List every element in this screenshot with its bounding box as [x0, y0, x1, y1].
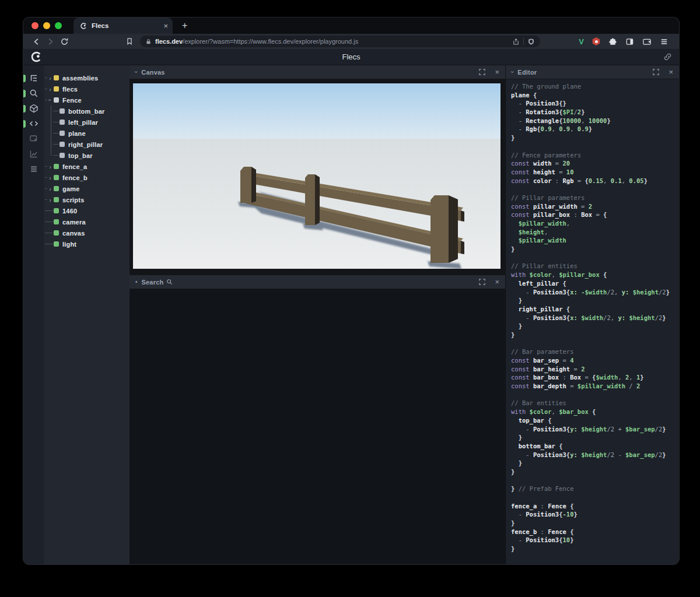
- flecs-favicon: [80, 22, 88, 30]
- hierarchy-icon: [29, 73, 38, 83]
- code-content[interactable]: // The ground planeplane { - Position3{}…: [506, 79, 679, 564]
- collapse-panel-icon[interactable]: ›: [509, 71, 516, 73]
- close-panel-button[interactable]: ×: [495, 278, 499, 286]
- new-tab-button[interactable]: +: [182, 21, 187, 30]
- code-line: // Bar parameters: [511, 347, 679, 356]
- tree-item-label: light: [62, 241, 76, 248]
- share-icon[interactable]: [512, 38, 520, 45]
- vue-devtools-extension-icon[interactable]: V: [579, 37, 584, 46]
- expand-icon[interactable]: ›: [47, 83, 54, 94]
- close-panel-button[interactable]: ×: [668, 68, 673, 76]
- zoom-window-button[interactable]: [55, 22, 62, 29]
- connector-line: [47, 216, 54, 227]
- fullscreen-button[interactable]: [479, 279, 485, 285]
- page-title: Flecs: [23, 52, 679, 61]
- wallet-icon[interactable]: [642, 37, 652, 46]
- tree-item-plane[interactable]: plane: [44, 128, 130, 139]
- tree-item-label: 1460: [62, 208, 77, 215]
- tree-item-fence_b[interactable]: ›fence_b: [44, 172, 130, 183]
- expand-icon[interactable]: ›: [47, 194, 54, 205]
- fullscreen-button[interactable]: [653, 69, 659, 75]
- tree-item-label: canvas: [62, 230, 85, 237]
- rows-icon: [29, 164, 38, 174]
- tables-tool-button[interactable]: [23, 161, 44, 177]
- code-line: - Position3{y: $height/2 + $bar_sep/2}: [511, 425, 679, 434]
- canvas-3d-tool-button[interactable]: [23, 101, 44, 116]
- code-line: [511, 339, 679, 348]
- canvas-viewport[interactable]: [133, 83, 501, 269]
- tree-item-fence_a[interactable]: ›fence_a: [44, 161, 130, 172]
- fullscreen-button[interactable]: [479, 69, 485, 75]
- code-line: }: [511, 433, 679, 442]
- tree-item-flecs[interactable]: ›flecs: [44, 83, 130, 94]
- tree-item-canvas[interactable]: canvas: [44, 227, 130, 238]
- code-line: - Rectangle{10000, 10000}: [511, 117, 679, 125]
- browser-menu-icon[interactable]: [660, 37, 668, 46]
- tree-item-right_pillar[interactable]: right_pillar: [44, 139, 130, 150]
- query-search-tool-button[interactable]: [23, 86, 44, 101]
- extension-badge-icon[interactable]: [592, 37, 600, 45]
- tree-item-assemblies[interactable]: ›assemblies: [44, 72, 130, 83]
- expand-icon[interactable]: ›: [47, 72, 54, 83]
- code-line: [511, 391, 679, 399]
- code-line: right_pillar {: [511, 305, 679, 314]
- code-line: }: [511, 296, 679, 305]
- inspector-tool-button[interactable]: [23, 131, 44, 146]
- code-line: // Pillar entities: [511, 262, 679, 271]
- collapse-icon[interactable]: ›: [45, 97, 56, 104]
- expand-icon[interactable]: ›: [47, 172, 54, 183]
- panel-dot-icon[interactable]: •: [135, 279, 138, 285]
- canvas-panel-title: Canvas: [141, 69, 164, 76]
- url-bar[interactable]: flecs.dev/explorer/?wasm=https://www.fle…: [140, 36, 540, 47]
- expand-icon[interactable]: ›: [47, 161, 54, 172]
- tree-item-left_pillar[interactable]: left_pillar: [44, 117, 130, 128]
- 3d-scene: [133, 83, 501, 269]
- entity-entity-icon: [54, 164, 59, 169]
- tree-item-1460[interactable]: 1460: [44, 205, 130, 216]
- tree-item-label: game: [62, 185, 80, 192]
- url-domain: flecs.dev: [155, 38, 183, 45]
- tree-item-top_bar[interactable]: top_bar: [44, 150, 130, 161]
- tree-item-game[interactable]: ›game: [44, 183, 130, 194]
- collapse-panel-icon[interactable]: ›: [133, 71, 139, 73]
- entity-entity-icon: [54, 219, 59, 224]
- bookmark-sidebar-icon[interactable]: [123, 37, 136, 45]
- tree-item-label: top_bar: [68, 152, 93, 159]
- close-window-button[interactable]: [32, 22, 38, 29]
- connector-line: [47, 205, 54, 216]
- active-panel-indicator: [23, 120, 26, 128]
- minimize-window-button[interactable]: [43, 22, 50, 29]
- extensions-puzzle-icon[interactable]: [608, 37, 617, 46]
- expand-icon[interactable]: ›: [47, 183, 54, 194]
- close-panel-button[interactable]: ×: [495, 68, 499, 76]
- child-entity-icon: [60, 142, 65, 147]
- tree-item-bottom_bar[interactable]: bottom_bar: [44, 106, 130, 117]
- code-line: const bar_sep = 4: [511, 356, 679, 365]
- tree-item-scripts[interactable]: ›scripts: [44, 194, 130, 205]
- script-editor-tool-button[interactable]: [23, 116, 44, 131]
- code-line: const color : Rgb = {0.15, 0.1, 0.05}: [511, 177, 679, 185]
- tree-item-light[interactable]: light: [44, 238, 130, 250]
- code-line: }: [511, 519, 679, 528]
- browser-tab[interactable]: Flecs ×: [74, 17, 173, 34]
- statistics-tool-button[interactable]: [23, 146, 44, 161]
- sidebar-toggle-icon[interactable]: [625, 37, 634, 46]
- reload-button[interactable]: [57, 37, 71, 46]
- code-line: const pillar_width = 2: [511, 202, 679, 211]
- share-link-icon[interactable]: [663, 52, 672, 61]
- forward-button[interactable]: [43, 37, 57, 46]
- tree-item-camera[interactable]: camera: [44, 216, 130, 227]
- code-line: const height = 10: [511, 168, 679, 177]
- tree-item-Fence[interactable]: ›Fence: [44, 94, 130, 106]
- child-entity-icon: [60, 131, 65, 136]
- code-line: }: [511, 322, 679, 331]
- app-header: Flecs: [23, 49, 679, 65]
- tab-close-icon[interactable]: ×: [163, 22, 168, 30]
- chart-icon: [29, 149, 38, 159]
- search-panel-body[interactable]: [130, 289, 505, 564]
- code-line: // Pillar parameters: [511, 194, 679, 202]
- entity-tree-tool-button[interactable]: [23, 71, 44, 86]
- back-button[interactable]: [29, 37, 43, 46]
- canvas-panel-header: › Canvas ×: [130, 65, 505, 79]
- brave-shield-icon[interactable]: [527, 38, 535, 45]
